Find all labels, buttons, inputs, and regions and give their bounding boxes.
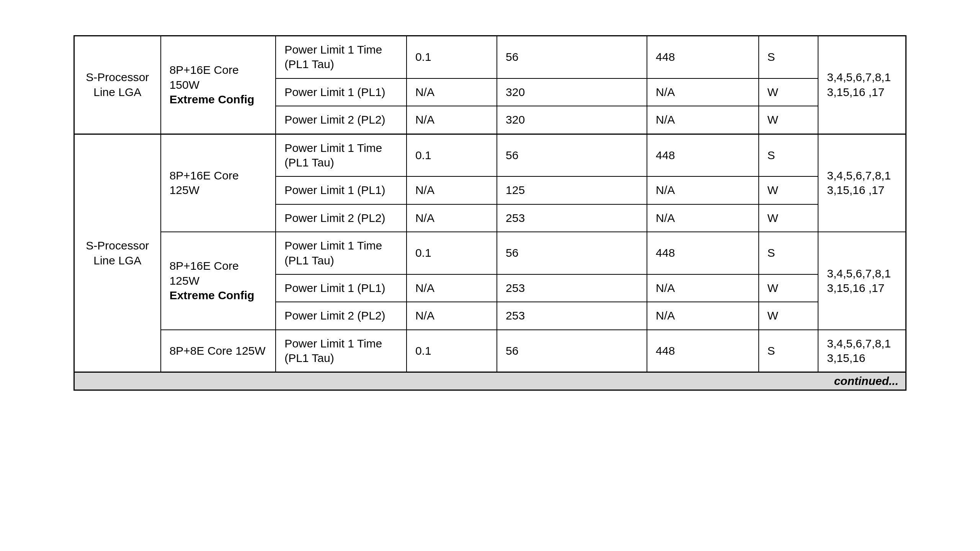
parameter-cell: Power Limit 2 (PL2) <box>276 204 407 232</box>
parameter-cell: Power Limit 2 (PL2) <box>276 106 407 134</box>
min-cell: N/A <box>407 302 497 329</box>
parameter-cell: Power Limit 1 Time (PL1 Tau) <box>276 134 407 176</box>
min-cell: N/A <box>407 78 497 106</box>
rec-cell: 56 <box>497 134 647 176</box>
segment-cell: 8P+16E Core 125W <box>161 134 276 232</box>
max-cell: 448 <box>647 330 758 372</box>
unit-cell: S <box>759 134 818 176</box>
unit-cell: S <box>759 232 818 274</box>
segment-text: 8P+16E Core 125W <box>170 169 239 196</box>
rec-cell: 320 <box>497 78 647 106</box>
rec-cell: 253 <box>497 302 647 329</box>
max-cell: N/A <box>647 106 758 134</box>
segment-cell: 8P+16E Core 125WExtreme Config <box>161 232 276 330</box>
rec-cell: 320 <box>497 106 647 134</box>
notes-cell: 3,4,5,6,7,8,13,15,16 ,17 <box>818 232 906 330</box>
segment-cell: 8P+8E Core 125W <box>161 330 276 372</box>
table-row: 8P+8E Core 125W Power Limit 1 Time (PL1 … <box>74 330 906 372</box>
max-cell: N/A <box>647 302 758 329</box>
segment-bold: Extreme Config <box>170 93 255 106</box>
unit-cell: S <box>759 330 818 372</box>
min-cell: N/A <box>407 204 497 232</box>
segment-text: 8P+16E Core 125W <box>170 259 239 287</box>
notes-cell: 3,4,5,6,7,8,13,15,16 ,17 <box>818 36 906 134</box>
max-cell: N/A <box>647 176 758 204</box>
min-cell: N/A <box>407 274 497 302</box>
max-cell: 448 <box>647 134 758 176</box>
rec-cell: 253 <box>497 274 647 302</box>
unit-cell: W <box>759 302 818 329</box>
min-cell: 0.1 <box>407 36 497 78</box>
power-limits-table: S-Processor Line LGA 8P+16E Core 150WExt… <box>74 35 906 373</box>
segment-cell: 8P+16E Core 150WExtreme Config <box>161 36 276 134</box>
max-cell: 448 <box>647 36 758 78</box>
min-cell: 0.1 <box>407 134 497 176</box>
parameter-cell: Power Limit 2 (PL2) <box>276 302 407 329</box>
segment-bold: Extreme Config <box>170 289 255 302</box>
processor-line-cell: S-Processor Line LGA <box>74 36 161 134</box>
rec-cell: 56 <box>497 232 647 274</box>
rec-cell: 56 <box>497 36 647 78</box>
notes-cell: 3,4,5,6,7,8,13,15,16 <box>818 330 906 372</box>
unit-cell: S <box>759 36 818 78</box>
parameter-cell: Power Limit 1 (PL1) <box>276 78 407 106</box>
table-row: 8P+16E Core 125WExtreme Config Power Lim… <box>74 232 906 274</box>
min-cell: N/A <box>407 176 497 204</box>
unit-cell: W <box>759 176 818 204</box>
unit-cell: W <box>759 204 818 232</box>
unit-cell: W <box>759 106 818 134</box>
table-container: S-Processor Line LGA 8P+16E Core 150WExt… <box>74 35 906 391</box>
rec-cell: 56 <box>497 330 647 372</box>
max-cell: 448 <box>647 232 758 274</box>
table-row: S-Processor Line LGA 8P+16E Core 125W Po… <box>74 134 906 176</box>
min-cell: 0.1 <box>407 232 497 274</box>
processor-line-cell: S-Processor Line LGA <box>74 134 161 372</box>
parameter-cell: Power Limit 1 Time (PL1 Tau) <box>276 36 407 78</box>
segment-text: 8P+16E Core 150W <box>170 64 239 91</box>
notes-cell: 3,4,5,6,7,8,13,15,16 ,17 <box>818 134 906 232</box>
segment-text: 8P+8E Core 125W <box>170 344 266 357</box>
parameter-cell: Power Limit 1 (PL1) <box>276 176 407 204</box>
parameter-cell: Power Limit 1 (PL1) <box>276 274 407 302</box>
min-cell: 0.1 <box>407 330 497 372</box>
parameter-cell: Power Limit 1 Time (PL1 Tau) <box>276 232 407 274</box>
rec-cell: 125 <box>497 176 647 204</box>
table-row: S-Processor Line LGA 8P+16E Core 150WExt… <box>74 36 906 78</box>
max-cell: N/A <box>647 274 758 302</box>
parameter-cell: Power Limit 1 Time (PL1 Tau) <box>276 330 407 372</box>
min-cell: N/A <box>407 106 497 134</box>
unit-cell: W <box>759 274 818 302</box>
unit-cell: W <box>759 78 818 106</box>
max-cell: N/A <box>647 204 758 232</box>
max-cell: N/A <box>647 78 758 106</box>
rec-cell: 253 <box>497 204 647 232</box>
continued-footer: continued... <box>74 373 906 391</box>
